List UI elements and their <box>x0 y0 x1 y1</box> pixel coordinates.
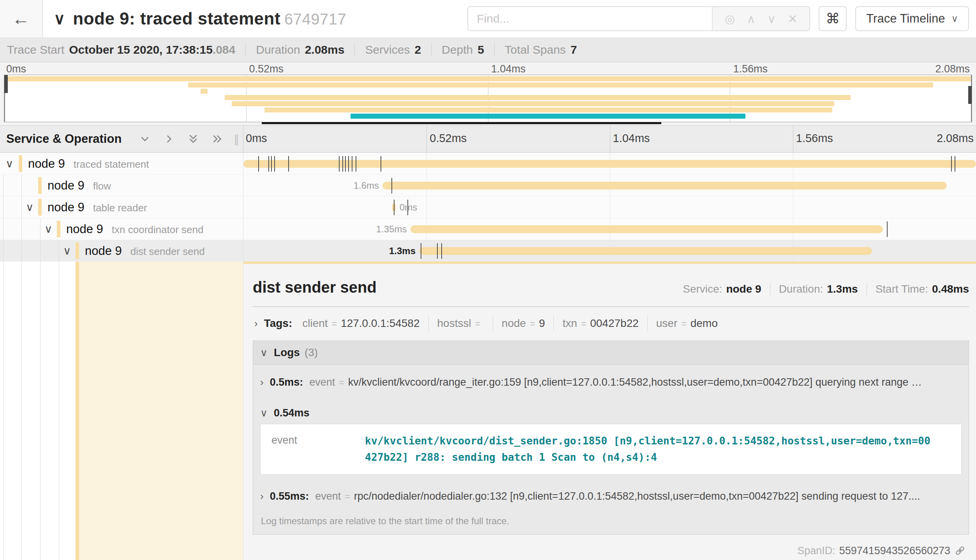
divider <box>494 43 495 57</box>
indent-guide <box>21 218 22 240</box>
span-log-tick <box>394 200 395 215</box>
expand-one-icon[interactable] <box>163 133 175 145</box>
chevron-down-icon: ∨ <box>260 347 268 359</box>
log-entry-expanded[interactable]: ∨ 0.54ms <box>260 398 962 423</box>
minimap-right-scrubber-handle[interactable] <box>968 86 972 104</box>
span-log-tick <box>381 156 381 172</box>
indent-guide <box>59 240 59 262</box>
divider <box>245 43 246 57</box>
tag-item[interactable]: txn=00427b22 <box>553 316 647 331</box>
log-entry[interactable]: › 0.5ms: event = kv/kvclient/kvcoord/ran… <box>260 367 962 398</box>
summary-item: Services2 <box>365 43 421 56</box>
span-log-tick <box>258 156 259 172</box>
span-tree-chevron-icon[interactable]: ∨ <box>63 246 71 256</box>
span-duration-bar[interactable] <box>410 225 883 233</box>
keyboard-shortcuts-button[interactable]: ⌘ <box>819 6 847 31</box>
span-rows-top: ∨node 9traced statementnode 9flow1.6ms∨n… <box>0 153 976 262</box>
span-detail-tint <box>79 262 243 560</box>
log-timestamp: 0.5ms: <box>270 376 303 388</box>
start-time-value: 0.48ms <box>932 283 969 295</box>
previous-match-icon[interactable]: ∧ <box>747 12 756 26</box>
span-tree-cell[interactable]: ∨node 9traced statement <box>0 153 243 174</box>
indent-guide <box>21 262 22 560</box>
span-detail-block: dist sender send Service: node 9 Duratio… <box>0 262 976 560</box>
trace-span-row[interactable]: ∨node 9table reader0ms <box>0 196 976 218</box>
span-log-tick <box>356 156 356 172</box>
span-log-tick <box>345 156 346 172</box>
trace-span-row[interactable]: ∨node 9txn coordinator send1.35ms <box>0 218 976 240</box>
minimap-scrub-track[interactable] <box>4 122 972 125</box>
back-button[interactable]: ← <box>0 0 43 37</box>
span-timeline-cell[interactable]: 0ms <box>243 197 976 218</box>
expand-all-icon[interactable] <box>211 133 224 145</box>
tag-key: node <box>502 317 526 330</box>
timeline-column-headers: Service & Operation ∥ 0ms0.52ms1.04ms1.5… <box>0 125 976 153</box>
span-timeline-cell[interactable]: 1.35ms <box>243 218 976 240</box>
span-tree-chevron-icon[interactable]: ∨ <box>44 224 53 235</box>
span-tree-chevron-icon[interactable]: ∨ <box>5 158 14 169</box>
span-timeline-cell[interactable] <box>243 153 976 174</box>
span-duration-label: 1.6ms <box>354 180 379 191</box>
logs-count: (3) <box>305 346 318 359</box>
logs-header[interactable]: ∨ Logs (3) <box>253 341 969 365</box>
summary-value: 5 <box>477 43 484 56</box>
span-color-strip <box>76 262 79 560</box>
timeline-tick-label: 2.08ms <box>935 63 970 75</box>
collapse-all-icon[interactable] <box>187 133 199 145</box>
tag-value: 00427b22 <box>590 317 639 330</box>
next-match-icon[interactable]: ∨ <box>767 12 776 26</box>
log-value: kv/kvclient/kvcoord/range_iter.go:159 [n… <box>348 376 922 388</box>
clear-search-icon[interactable]: ✕ <box>788 12 798 26</box>
minimap-canvas[interactable] <box>4 75 972 122</box>
tag-item[interactable]: hostssl= <box>428 316 493 331</box>
span-log-tick <box>887 221 888 237</box>
tags-list: client=127.0.0.1:54582hostssl=node=9txn=… <box>300 316 726 331</box>
span-timeline-cell[interactable]: 1.6ms <box>243 175 976 196</box>
tag-item[interactable]: client=127.0.0.1:54582 <box>300 316 428 331</box>
log-key: event <box>315 490 341 502</box>
span-duration-bar[interactable] <box>419 247 872 255</box>
minimap-left-scrubber-handle[interactable] <box>4 75 8 93</box>
span-tree-cell[interactable]: ∨node 9dist sender send <box>0 240 243 262</box>
service-value: node 9 <box>726 283 761 295</box>
span-color-indicator <box>19 155 22 172</box>
span-duration-bar[interactable] <box>382 182 946 190</box>
minimap-span-bar <box>264 107 832 112</box>
log-value-line: kv/kvclient/kvcoord/dist_sender.go:1850 … <box>365 433 930 449</box>
focus-match-icon[interactable]: ◎ <box>725 12 735 26</box>
span-tree-chevron-icon[interactable]: ∨ <box>26 202 34 213</box>
span-duration-bar[interactable] <box>243 160 976 168</box>
span-log-tick <box>342 156 343 172</box>
command-icon: ⌘ <box>826 11 840 27</box>
span-log-tick <box>441 243 442 259</box>
span-tree-cell[interactable]: node 9flow <box>0 175 243 196</box>
deep-link-icon[interactable] <box>954 545 966 556</box>
service-name: node 9 <box>48 179 85 193</box>
tags-row[interactable]: › Tags: client=127.0.0.1:54582hostssl=no… <box>253 307 969 339</box>
log-entry[interactable]: › 0.55ms: event = rpc/nodedialer/nodedia… <box>260 481 962 512</box>
trace-view-selector[interactable]: Trace Timeline ∨ <box>855 6 969 31</box>
trace-span-row[interactable]: ∨node 9dist sender send1.3ms <box>0 240 976 262</box>
span-tree-cell[interactable]: ∨node 9txn coordinator send <box>0 218 243 240</box>
equals-sign: = <box>475 319 480 329</box>
span-timeline-cell[interactable]: 1.3ms <box>243 240 976 262</box>
span-tree-cell[interactable]: ∨node 9table reader <box>0 197 243 218</box>
summary-value: 2 <box>414 43 421 56</box>
equals-sign: = <box>681 319 686 329</box>
column-resize-grip[interactable]: ∥ <box>234 133 239 146</box>
trace-span-row[interactable]: node 9flow1.6ms <box>0 174 976 196</box>
find-input[interactable] <box>468 7 712 30</box>
indent-guide <box>3 175 4 196</box>
divider <box>431 43 432 57</box>
collapse-trace-header-icon[interactable]: ∨ <box>54 11 65 26</box>
span-duration-label: 0ms <box>400 202 417 213</box>
span-log-tick <box>274 156 275 172</box>
tag-item[interactable]: user=demo <box>647 316 726 331</box>
minimap-selection-bar[interactable] <box>262 122 661 124</box>
span-log-tick <box>421 243 421 259</box>
trace-span-row[interactable]: ∨node 9traced statement <box>0 153 976 174</box>
tag-item[interactable]: node=9 <box>493 316 553 331</box>
collapse-one-icon[interactable] <box>139 133 151 145</box>
operation-name: traced statement <box>74 158 149 170</box>
find-box: ◎ ∧ ∨ ✕ <box>467 6 810 31</box>
